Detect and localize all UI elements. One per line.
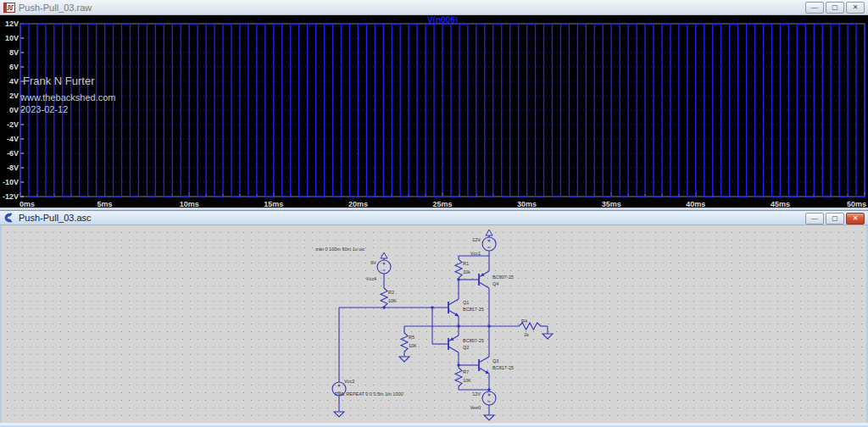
schematic-label: BC807-25	[463, 338, 484, 343]
x-axis-tick-label: 20ms	[348, 200, 368, 208]
y-axis-tick-label: -8V	[7, 164, 19, 172]
schematic-label: 1k	[524, 332, 529, 337]
schematic-label: R2	[388, 290, 394, 295]
y-axis-tick-label: 6V	[9, 63, 19, 71]
schematic-svg: R110kR210KR510KR710KR41kQ1BC817-25BC807-…	[2, 225, 866, 423]
minimize-button[interactable]: —	[805, 213, 824, 225]
x-axis-tick-label: 50ms	[847, 200, 866, 208]
y-axis-tick-label: -4V	[7, 135, 19, 143]
plot-title: V(n006)	[427, 15, 458, 25]
schematic-label: .tran 0 100m 60m 1u uic	[314, 247, 365, 252]
close-button[interactable]: ✕	[846, 213, 865, 225]
schematic-label: BC807-25	[492, 274, 514, 280]
resistor-R1[interactable]: R110k	[455, 259, 470, 278]
wire-junction	[457, 363, 459, 366]
transistor-Q4[interactable]: BC807-25Q4	[479, 271, 514, 288]
waveform-trace	[20, 24, 865, 197]
x-axis-tick-label: 25ms	[432, 200, 452, 208]
voltage-source-Vcc4[interactable]: 6VVcc4	[366, 252, 391, 281]
schematic-label: Q4	[492, 281, 498, 286]
y-axis-tick-label: 12V	[5, 19, 19, 28]
schematic-label: 6V	[370, 260, 376, 265]
y-axis-tick-label: -10V	[3, 178, 19, 186]
resistor-R2[interactable]: R210K	[381, 288, 397, 307]
schematic-label: 10K	[463, 378, 471, 383]
schematic-window: Push-Pull_03.asc — ▢ ✕ R110kR210KR510KR7…	[0, 210, 868, 427]
resistor-R5[interactable]: R510K	[401, 333, 417, 352]
transistor-Q2[interactable]: BC807-25Q2	[448, 336, 484, 352]
schematic-label: R1	[463, 261, 469, 266]
schematic-label: R4	[521, 319, 527, 324]
plot-annotation: www.thebackshed.com	[19, 92, 116, 103]
resistor-R4[interactable]: R41k	[519, 319, 541, 337]
x-axis-tick-label: 45ms	[771, 200, 790, 208]
schematic-label: 10k	[463, 269, 470, 274]
schematic-label: BC817-25	[463, 307, 484, 312]
voltage-source-Vcc1[interactable]: 12VVcc1	[470, 230, 496, 256]
plot-annotation: Frank N Furter	[23, 75, 95, 87]
y-axis-tick-label: 4V	[9, 77, 19, 86]
schematic-file-icon	[3, 213, 15, 223]
waveform-window-titlebar[interactable]: Push-Pull_03.raw — ▢ ✕	[0, 0, 868, 15]
y-axis-tick-label: 2V	[9, 92, 19, 100]
x-axis-tick-label: 40ms	[686, 200, 705, 208]
waveform-plot-area[interactable]: 12V10V8V6V4V2V0V-2V-4V-6V-8V-10V-12V0ms5…	[0, 15, 868, 210]
transistor-Q1[interactable]: Q1BC817-25	[448, 299, 484, 316]
schematic-label: Q2	[463, 345, 469, 350]
transistor-Q3[interactable]: Q3BC817-25	[479, 357, 514, 374]
schematic-label: Vcc1	[470, 251, 481, 256]
schematic-label: Q1	[463, 300, 469, 305]
x-axis-tick-label: 35ms	[602, 200, 621, 208]
minimize-button[interactable]: —	[805, 2, 824, 14]
restore-button[interactable]: ▢	[826, 2, 844, 14]
y-axis-tick-label: 10V	[5, 34, 19, 42]
net-flag-icon	[486, 230, 492, 236]
schematic-label: Vcc2	[344, 379, 354, 384]
schematic-label: PWL REPEAT 0 0 0.5m 1m 1000	[335, 391, 403, 396]
wire-junction	[457, 324, 459, 327]
schematic-label: 12V	[472, 391, 481, 396]
plot-annotation: 2023-02-12	[20, 104, 68, 114]
x-axis-tick-label: 0ms	[19, 200, 35, 208]
schematic-label: 12V	[472, 237, 481, 242]
wire-junction	[431, 306, 433, 308]
x-axis-tick-label: 30ms	[517, 200, 537, 208]
waveform-file-icon	[3, 3, 15, 13]
schematic-label: Vee0	[470, 405, 481, 410]
waveform-plot-svg: 12V10V8V6V4V2V0V-2V-4V-6V-8V-10V-12V0ms5…	[0, 15, 868, 208]
schematic-label: R5	[409, 335, 415, 340]
y-axis-tick-label: 0V	[9, 106, 19, 114]
waveform-window-title: Push-Pull_03.raw	[19, 0, 92, 15]
x-axis-tick-label: 10ms	[180, 200, 199, 208]
waveform-window: Push-Pull_03.raw — ▢ ✕ 12V10V8V6V4V2V0V-…	[0, 0, 868, 210]
close-button[interactable]: ✕	[846, 2, 865, 14]
schematic-label: BC817-25	[492, 365, 514, 370]
ground-symbol[interactable]	[542, 334, 553, 339]
net-flag-icon	[381, 252, 387, 258]
schematic-label: 10K	[388, 298, 397, 303]
ground-symbol[interactable]	[484, 415, 494, 420]
schematic-window-bottom-border	[0, 423, 868, 427]
resistor-R7[interactable]: R710K	[455, 368, 471, 386]
wire-junction	[457, 278, 459, 280]
schematic-window-titlebar[interactable]: Push-Pull_03.asc — ▢ ✕	[0, 210, 868, 225]
schematic-label: Vcc4	[366, 276, 376, 281]
restore-button[interactable]: ▢	[826, 213, 844, 225]
ground-symbol[interactable]	[399, 357, 409, 362]
y-axis-tick-label: -12V	[3, 192, 19, 201]
voltage-source-Vcc2[interactable]: PWL REPEAT 0 0 0.5m 1m 1000Vcc2	[332, 379, 403, 396]
y-axis-tick-label: -6V	[7, 149, 19, 158]
ground-symbol[interactable]	[334, 412, 344, 417]
y-axis-tick-label: -2V	[7, 120, 19, 129]
wire-junction	[487, 388, 490, 391]
schematic-canvas[interactable]: R110kR210KR510KR710KR41kQ1BC817-25BC807-…	[2, 225, 866, 423]
schematic-label: R7	[463, 369, 469, 374]
schematic-label: 10K	[409, 343, 417, 348]
x-axis-tick-label: 5ms	[97, 200, 113, 208]
schematic-window-title: Push-Pull_03.asc	[19, 210, 92, 225]
voltage-source-Vee0[interactable]: 12VVee0	[470, 391, 496, 410]
y-axis-tick-label: 8V	[9, 48, 19, 57]
schematic-label: Q3	[492, 358, 498, 363]
x-axis-tick-label: 15ms	[264, 200, 283, 208]
wire-junction	[487, 324, 490, 327]
